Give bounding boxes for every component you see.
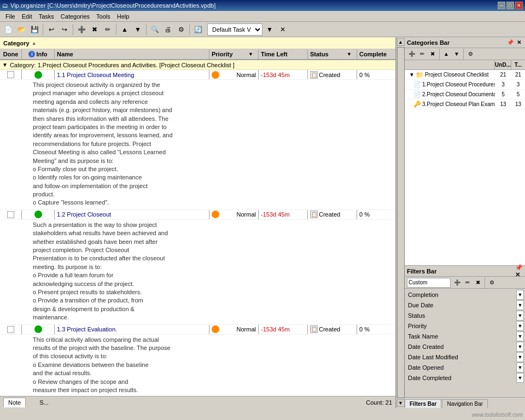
- priority-dropdown-icon[interactable]: ▼: [248, 51, 256, 57]
- filter-dropdown-button[interactable]: ▼: [516, 363, 524, 372]
- checkbox-icon[interactable]: [7, 211, 14, 218]
- filter-dropdown-button[interactable]: ▼: [516, 352, 524, 362]
- list-item[interactable]: 📄 2.Project Closeout Documenta 5 5: [405, 90, 525, 100]
- cat-settings-button[interactable]: ⚙: [465, 49, 475, 59]
- task-info-cell: [22, 325, 55, 334]
- task-checkbox[interactable]: [0, 325, 22, 334]
- tb-print[interactable]: 🖨: [162, 24, 174, 36]
- tb-view-opt[interactable]: ▼: [264, 24, 276, 36]
- cat-edit-button[interactable]: ✏: [417, 49, 427, 59]
- col-header-priority[interactable]: Priority ▼: [209, 49, 259, 59]
- tab-filters-bar[interactable]: Filters Bar: [405, 399, 441, 408]
- key-icon: 🔑: [413, 101, 421, 108]
- list-item[interactable]: 🔑 3.Project Closeout Plan Examp 13 13: [405, 100, 525, 109]
- vertical-scrollbar[interactable]: ▲ ▼: [396, 37, 405, 408]
- filter-dropdown-button[interactable]: ▼: [516, 331, 524, 341]
- minimize-button[interactable]: ─: [498, 2, 505, 9]
- tb-delete[interactable]: ✖: [89, 24, 101, 36]
- filter-item-completion: Completion ▼: [406, 290, 524, 300]
- task-complete-cell: 0 %: [357, 70, 395, 79]
- filter-dropdown-button[interactable]: ▼: [516, 290, 524, 300]
- info-icon: i: [28, 51, 35, 57]
- categories-tree[interactable]: UnD... T... ▼ 📁 Project Closeout Checkli…: [405, 60, 525, 265]
- tb-filter[interactable]: 🔍: [149, 24, 161, 36]
- filter-delete-button[interactable]: ✖: [473, 278, 483, 288]
- cat-move-down-button[interactable]: ▼: [452, 49, 462, 59]
- expand-icon[interactable]: ▼: [2, 62, 8, 68]
- filter-label: Priority: [406, 321, 516, 331]
- filter-edit-button[interactable]: ✏: [463, 278, 472, 288]
- scroll-up-button[interactable]: ▲: [397, 38, 405, 46]
- tb-move-up[interactable]: ▲: [119, 24, 131, 36]
- status-tab-note[interactable]: Note: [3, 398, 26, 407]
- filter-dropdown-button[interactable]: ▼: [516, 321, 524, 331]
- col-header-complete: Complete: [357, 49, 395, 59]
- checkbox-icon[interactable]: [7, 71, 14, 78]
- table-row[interactable]: 1.2 Project Closeout Normal -153d 45m 📋C…: [0, 210, 395, 220]
- filter-add-button[interactable]: ➕: [452, 278, 462, 288]
- filter-item-status: Status ▼: [406, 311, 524, 320]
- tb-open[interactable]: 📂: [15, 24, 27, 36]
- menu-tools[interactable]: Tools: [93, 12, 114, 21]
- task-name-cell[interactable]: 1.3 Project Evaluation.: [55, 325, 209, 334]
- maximize-button[interactable]: □: [506, 2, 514, 9]
- task-view-select[interactable]: Default Task V: [207, 24, 262, 36]
- status-tab-s[interactable]: S...: [34, 398, 54, 407]
- filter-dropdown-button[interactable]: ▼: [516, 300, 524, 310]
- col-header-timeleft[interactable]: Time Left: [259, 49, 308, 59]
- filter-dropdown-button[interactable]: ▼: [516, 373, 524, 383]
- cat-delete-button[interactable]: ✖: [428, 49, 438, 59]
- filter-preset-select[interactable]: ▼: [407, 278, 451, 288]
- tb-refresh[interactable]: 🔄: [192, 24, 204, 36]
- expand-icon[interactable]: ▼: [409, 72, 415, 78]
- cat-add-button[interactable]: ➕: [407, 49, 417, 59]
- tb-add-task[interactable]: ➕: [75, 24, 88, 36]
- scroll-track: [397, 47, 405, 398]
- category-row[interactable]: ▼ Category: 1.Project Closeout Procedure…: [0, 60, 395, 70]
- tb-edit[interactable]: ✏: [102, 24, 114, 36]
- tb-move-down[interactable]: ▼: [132, 24, 144, 36]
- filter-dropdown-button[interactable]: ▼: [516, 311, 524, 320]
- menu-tasks[interactable]: Tasks: [36, 12, 57, 21]
- main-area: Category ▲ Done i Info Name Priority ▼: [0, 37, 525, 408]
- categories-bar-toolbar: ➕ ✏ ✖ ▲ ▼ ⚙: [405, 48, 525, 60]
- task-name-cell[interactable]: 1.1 Project Closeout Meeting: [55, 70, 209, 79]
- tb-new[interactable]: 📄: [2, 24, 14, 36]
- task-name-cell[interactable]: 1.2 Project Closeout: [55, 210, 209, 219]
- tb-sep4: [146, 24, 147, 35]
- menu-categories[interactable]: Categories: [57, 12, 93, 21]
- task-list[interactable]: ▼ Category: 1.Project Closeout Procedure…: [0, 60, 395, 396]
- status-dropdown-icon[interactable]: ▼: [347, 51, 354, 57]
- cat-d-val: 3: [511, 81, 525, 88]
- task-checkbox[interactable]: [0, 70, 22, 79]
- col-header-name[interactable]: Name: [55, 49, 209, 59]
- filter-settings-button[interactable]: ⚙: [487, 278, 497, 288]
- tb-undo[interactable]: ↩: [45, 24, 57, 36]
- cat-bar-close-button[interactable]: ✕: [515, 39, 523, 46]
- tb-settings[interactable]: ⚙: [175, 24, 187, 36]
- checkbox-icon[interactable]: [7, 326, 14, 333]
- filter-item-taskname: Task Name ▼: [406, 331, 524, 341]
- category-sort-header[interactable]: Category ▲: [0, 37, 395, 49]
- task-timeleft-cell: -153d 45m: [259, 210, 308, 219]
- list-item[interactable]: ▼ 📁 Project Closeout Checklist 21 21: [405, 70, 525, 80]
- menu-file[interactable]: File: [2, 12, 19, 21]
- scroll-down-button[interactable]: ▼: [397, 399, 405, 407]
- menu-help[interactable]: Help: [114, 12, 133, 21]
- window-title: Vip.organizer [C:\Users\dmitry\ProjectCl…: [10, 2, 215, 9]
- table-row[interactable]: 1.3 Project Evaluation. Normal -153d 45m…: [0, 325, 395, 335]
- filter-dropdown-button[interactable]: ▼: [516, 342, 524, 352]
- tab-navigation-bar[interactable]: Navigation Bar: [442, 399, 488, 408]
- cat-move-up-button[interactable]: ▲: [441, 49, 451, 59]
- table-row[interactable]: 1.1 Project Closeout Meeting Normal -153…: [0, 70, 395, 80]
- task-checkbox[interactable]: [0, 210, 22, 219]
- tb-close-view[interactable]: ✕: [277, 24, 289, 36]
- tb-redo[interactable]: ↪: [59, 24, 71, 36]
- menu-edit[interactable]: Edit: [19, 12, 36, 21]
- filters-bar-pin-button[interactable]: 📌: [515, 264, 523, 271]
- cat-bar-pin-button[interactable]: 📌: [506, 39, 514, 46]
- col-header-status[interactable]: Status ▼: [308, 49, 357, 59]
- tb-save[interactable]: 💾: [28, 24, 40, 36]
- list-item[interactable]: 📄 1.Project Closeout Procedures 3 3: [405, 80, 525, 90]
- close-button[interactable]: ✕: [515, 2, 523, 9]
